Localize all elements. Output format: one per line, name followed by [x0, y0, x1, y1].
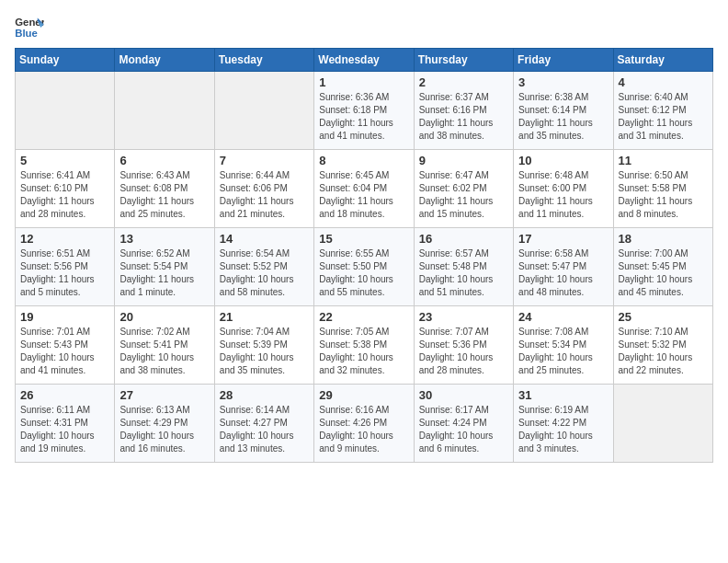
cell-content: Sunrise: 6:58 AM Sunset: 5:47 PM Dayligh… [518, 247, 608, 299]
day-number: 23 [419, 310, 508, 324]
calendar-cell: 5Sunrise: 6:41 AM Sunset: 6:10 PM Daylig… [16, 150, 115, 228]
cell-content: Sunrise: 6:57 AM Sunset: 5:48 PM Dayligh… [419, 247, 508, 299]
day-number: 28 [220, 388, 309, 402]
calendar-cell: 12Sunrise: 6:51 AM Sunset: 5:56 PM Dayli… [16, 228, 115, 306]
cell-content: Sunrise: 7:01 AM Sunset: 5:43 PM Dayligh… [20, 326, 109, 377]
calendar-cell [613, 385, 712, 463]
day-number: 9 [419, 154, 508, 167]
day-number: 5 [20, 154, 109, 167]
calendar-cell [214, 72, 313, 150]
calendar-cell: 30Sunrise: 6:17 AM Sunset: 4:24 PM Dayli… [414, 385, 513, 463]
calendar-cell: 2Sunrise: 6:37 AM Sunset: 6:16 PM Daylig… [414, 72, 513, 150]
cell-content: Sunrise: 6:47 AM Sunset: 6:02 PM Dayligh… [419, 169, 508, 221]
day-number: 2 [419, 75, 508, 89]
calendar-cell: 31Sunrise: 6:19 AM Sunset: 4:22 PM Dayli… [514, 385, 613, 463]
calendar-cell: 19Sunrise: 7:01 AM Sunset: 5:43 PM Dayli… [16, 306, 115, 385]
cell-content: Sunrise: 6:44 AM Sunset: 6:06 PM Dayligh… [220, 169, 309, 221]
calendar-table: SundayMondayTuesdayWednesdayThursdayFrid… [15, 48, 713, 463]
day-number: 24 [518, 310, 608, 324]
day-number: 13 [119, 232, 209, 246]
cell-content: Sunrise: 7:00 AM Sunset: 5:45 PM Dayligh… [619, 247, 708, 299]
day-number: 30 [419, 388, 508, 402]
week-row-2: 5Sunrise: 6:41 AM Sunset: 6:10 PM Daylig… [16, 150, 713, 228]
calendar-cell: 14Sunrise: 6:54 AM Sunset: 5:52 PM Dayli… [214, 228, 313, 306]
cell-content: Sunrise: 7:08 AM Sunset: 5:34 PM Dayligh… [518, 326, 608, 377]
cell-content: Sunrise: 7:04 AM Sunset: 5:39 PM Dayligh… [220, 326, 309, 377]
day-number: 29 [319, 388, 408, 402]
logo-icon: General Blue [15, 15, 44, 40]
day-number: 17 [518, 232, 608, 246]
day-number: 1 [319, 75, 408, 89]
day-number: 3 [518, 75, 608, 89]
cell-content: Sunrise: 6:38 AM Sunset: 6:14 PM Dayligh… [518, 91, 608, 143]
cell-content: Sunrise: 6:13 AM Sunset: 4:29 PM Dayligh… [119, 404, 209, 455]
weekday-header-row: SundayMondayTuesdayWednesdayThursdayFrid… [16, 49, 713, 72]
cell-content: Sunrise: 6:11 AM Sunset: 4:31 PM Dayligh… [20, 404, 109, 455]
calendar-cell [115, 72, 214, 150]
week-row-4: 19Sunrise: 7:01 AM Sunset: 5:43 PM Dayli… [16, 306, 713, 385]
cell-content: Sunrise: 6:45 AM Sunset: 6:04 PM Dayligh… [319, 169, 408, 221]
calendar-cell: 21Sunrise: 7:04 AM Sunset: 5:39 PM Dayli… [214, 306, 313, 385]
day-number: 7 [220, 154, 309, 167]
day-number: 11 [619, 154, 708, 167]
page-header: General Blue [15, 15, 713, 40]
calendar-cell: 17Sunrise: 6:58 AM Sunset: 5:47 PM Dayli… [514, 228, 613, 306]
weekday-header-sunday: Sunday [16, 49, 115, 72]
week-row-3: 12Sunrise: 6:51 AM Sunset: 5:56 PM Dayli… [16, 228, 713, 306]
cell-content: Sunrise: 6:55 AM Sunset: 5:50 PM Dayligh… [319, 247, 408, 299]
cell-content: Sunrise: 7:07 AM Sunset: 5:36 PM Dayligh… [419, 326, 508, 377]
calendar-cell: 11Sunrise: 6:50 AM Sunset: 5:58 PM Dayli… [613, 150, 712, 228]
cell-content: Sunrise: 6:54 AM Sunset: 5:52 PM Dayligh… [220, 247, 309, 299]
weekday-header-thursday: Thursday [414, 49, 513, 72]
weekday-header-monday: Monday [115, 49, 214, 72]
weekday-header-saturday: Saturday [613, 49, 712, 72]
cell-content: Sunrise: 6:17 AM Sunset: 4:24 PM Dayligh… [419, 404, 508, 455]
cell-content: Sunrise: 6:51 AM Sunset: 5:56 PM Dayligh… [20, 247, 109, 299]
cell-content: Sunrise: 6:52 AM Sunset: 5:54 PM Dayligh… [119, 247, 209, 299]
day-number: 27 [119, 388, 209, 402]
day-number: 18 [619, 232, 708, 246]
calendar-cell: 28Sunrise: 6:14 AM Sunset: 4:27 PM Dayli… [214, 385, 313, 463]
calendar-cell: 7Sunrise: 6:44 AM Sunset: 6:06 PM Daylig… [214, 150, 313, 228]
week-row-1: 1Sunrise: 6:36 AM Sunset: 6:18 PM Daylig… [16, 72, 713, 150]
calendar-cell: 4Sunrise: 6:40 AM Sunset: 6:12 PM Daylig… [613, 72, 712, 150]
cell-content: Sunrise: 6:19 AM Sunset: 4:22 PM Dayligh… [518, 404, 608, 455]
calendar-cell: 18Sunrise: 7:00 AM Sunset: 5:45 PM Dayli… [613, 228, 712, 306]
day-number: 22 [319, 310, 408, 324]
logo: General Blue [15, 15, 44, 40]
calendar-cell [16, 72, 115, 150]
day-number: 12 [20, 232, 109, 246]
calendar-cell: 20Sunrise: 7:02 AM Sunset: 5:41 PM Dayli… [115, 306, 214, 385]
calendar-cell: 6Sunrise: 6:43 AM Sunset: 6:08 PM Daylig… [115, 150, 214, 228]
weekday-header-wednesday: Wednesday [314, 49, 414, 72]
calendar-cell: 8Sunrise: 6:45 AM Sunset: 6:04 PM Daylig… [314, 150, 414, 228]
cell-content: Sunrise: 6:43 AM Sunset: 6:08 PM Dayligh… [119, 169, 209, 221]
day-number: 31 [518, 388, 608, 402]
day-number: 15 [319, 232, 408, 246]
day-number: 19 [20, 310, 109, 324]
day-number: 26 [20, 388, 109, 402]
calendar-cell: 9Sunrise: 6:47 AM Sunset: 6:02 PM Daylig… [414, 150, 513, 228]
cell-content: Sunrise: 7:02 AM Sunset: 5:41 PM Dayligh… [119, 326, 209, 377]
calendar-cell: 25Sunrise: 7:10 AM Sunset: 5:32 PM Dayli… [613, 306, 712, 385]
cell-content: Sunrise: 6:36 AM Sunset: 6:18 PM Dayligh… [319, 91, 408, 143]
calendar-cell: 15Sunrise: 6:55 AM Sunset: 5:50 PM Dayli… [314, 228, 414, 306]
calendar-cell: 24Sunrise: 7:08 AM Sunset: 5:34 PM Dayli… [514, 306, 613, 385]
cell-content: Sunrise: 6:37 AM Sunset: 6:16 PM Dayligh… [419, 91, 508, 143]
calendar-cell: 10Sunrise: 6:48 AM Sunset: 6:00 PM Dayli… [514, 150, 613, 228]
day-number: 14 [220, 232, 309, 246]
calendar-cell: 13Sunrise: 6:52 AM Sunset: 5:54 PM Dayli… [115, 228, 214, 306]
day-number: 25 [619, 310, 708, 324]
cell-content: Sunrise: 6:48 AM Sunset: 6:00 PM Dayligh… [518, 169, 608, 221]
cell-content: Sunrise: 6:16 AM Sunset: 4:26 PM Dayligh… [319, 404, 408, 455]
calendar-cell: 29Sunrise: 6:16 AM Sunset: 4:26 PM Dayli… [314, 385, 414, 463]
day-number: 16 [419, 232, 508, 246]
calendar-cell: 3Sunrise: 6:38 AM Sunset: 6:14 PM Daylig… [514, 72, 613, 150]
calendar-cell: 26Sunrise: 6:11 AM Sunset: 4:31 PM Dayli… [16, 385, 115, 463]
svg-text:Blue: Blue [15, 28, 38, 39]
calendar-cell: 27Sunrise: 6:13 AM Sunset: 4:29 PM Dayli… [115, 385, 214, 463]
day-number: 20 [119, 310, 209, 324]
calendar-cell: 23Sunrise: 7:07 AM Sunset: 5:36 PM Dayli… [414, 306, 513, 385]
cell-content: Sunrise: 6:50 AM Sunset: 5:58 PM Dayligh… [619, 169, 708, 221]
week-row-5: 26Sunrise: 6:11 AM Sunset: 4:31 PM Dayli… [16, 385, 713, 463]
